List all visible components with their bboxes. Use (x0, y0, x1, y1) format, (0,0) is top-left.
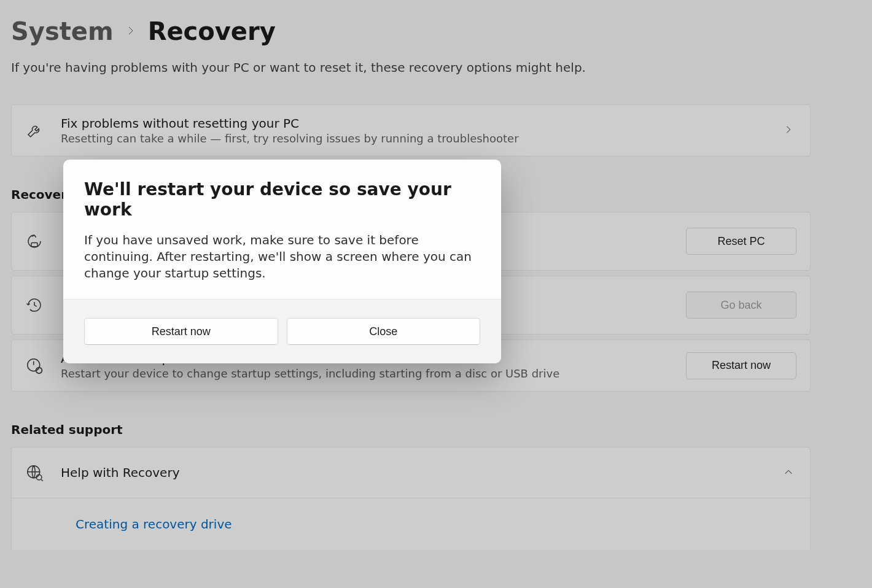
modal-overlay: We'll restart your device so save your w… (0, 0, 872, 588)
dialog-restart-now-button[interactable]: Restart now (84, 318, 278, 345)
restart-confirmation-dialog: We'll restart your device so save your w… (63, 160, 501, 363)
dialog-close-button[interactable]: Close (287, 318, 481, 345)
dialog-title: We'll restart your device so save your w… (84, 179, 480, 220)
dialog-body: If you have unsaved work, make sure to s… (84, 232, 480, 282)
dialog-content: We'll restart your device so save your w… (63, 160, 501, 299)
dialog-footer: Restart now Close (63, 299, 501, 363)
